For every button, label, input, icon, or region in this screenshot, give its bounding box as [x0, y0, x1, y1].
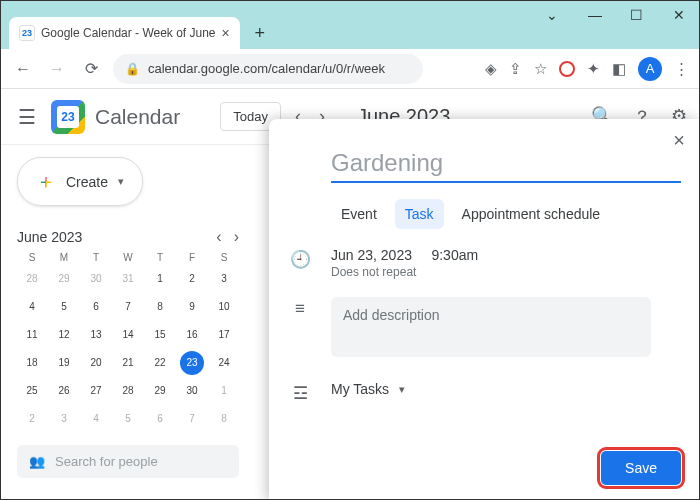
- mini-day[interactable]: 1: [148, 267, 172, 291]
- favicon-icon: 23: [19, 25, 35, 41]
- mini-day[interactable]: 9: [180, 295, 204, 319]
- profile-avatar[interactable]: A: [638, 57, 662, 81]
- lock-icon: 🔒: [125, 62, 140, 76]
- forward-button: →: [45, 57, 69, 81]
- window-minimize-icon[interactable]: —: [588, 7, 600, 23]
- mini-day[interactable]: 30: [180, 379, 204, 403]
- mini-day[interactable]: 10: [212, 295, 236, 319]
- kebab-menu-icon[interactable]: ⋮: [674, 60, 689, 78]
- mini-day[interactable]: 1: [212, 379, 236, 403]
- mini-day[interactable]: 4: [84, 407, 108, 431]
- mini-calendar: June 2023 ‹ › SMTWTFS2829303112345678910…: [17, 228, 239, 431]
- mini-day[interactable]: 18: [20, 351, 44, 375]
- sidepanel-icon[interactable]: ◧: [612, 60, 626, 78]
- browser-toolbar: ← → ⟳ 🔒 calendar.google.com/calendar/u/0…: [1, 49, 699, 89]
- mini-day[interactable]: 24: [212, 351, 236, 375]
- description-input[interactable]: Add description: [331, 297, 651, 357]
- mini-day[interactable]: 26: [52, 379, 76, 403]
- extensions-puzzle-icon[interactable]: ✦: [587, 60, 600, 78]
- mini-day[interactable]: 5: [116, 407, 140, 431]
- window-maximize-icon[interactable]: ☐: [630, 7, 643, 23]
- mini-day[interactable]: 8: [148, 295, 172, 319]
- calendar-logo-icon: 23: [51, 100, 85, 134]
- mini-day[interactable]: 14: [116, 323, 140, 347]
- mini-day[interactable]: 31: [116, 267, 140, 291]
- record-icon[interactable]: [559, 61, 575, 77]
- mini-day[interactable]: 2: [180, 267, 204, 291]
- mini-day[interactable]: 13: [84, 323, 108, 347]
- extension-icon[interactable]: ◈: [485, 60, 497, 78]
- list-icon: ☲: [287, 381, 313, 404]
- mini-prev-button[interactable]: ‹: [216, 228, 221, 246]
- event-type-tabs: Event Task Appointment schedule: [331, 199, 679, 229]
- mini-day[interactable]: 29: [52, 267, 76, 291]
- sidebar: ＋ Create ▾ June 2023 ‹ › SMTWTFS28293031…: [1, 145, 251, 499]
- mini-day[interactable]: 8: [212, 407, 236, 431]
- chevron-down-icon: ▾: [118, 175, 124, 188]
- mini-day[interactable]: 12: [52, 323, 76, 347]
- tab-appointment[interactable]: Appointment schedule: [452, 199, 611, 229]
- mini-dow: F: [177, 252, 207, 263]
- mini-next-button[interactable]: ›: [234, 228, 239, 246]
- mini-dow: T: [81, 252, 111, 263]
- mini-day[interactable]: 28: [20, 267, 44, 291]
- browser-tab[interactable]: 23 Google Calendar - Week of June ×: [9, 17, 240, 49]
- search-people-placeholder: Search for people: [55, 454, 158, 469]
- mini-day[interactable]: 7: [116, 295, 140, 319]
- mini-dow: M: [49, 252, 79, 263]
- share-icon[interactable]: ⇪: [509, 60, 522, 78]
- mini-day[interactable]: 11: [20, 323, 44, 347]
- mini-day[interactable]: 3: [52, 407, 76, 431]
- mini-day[interactable]: 3: [212, 267, 236, 291]
- search-people-input[interactable]: 👥 Search for people: [17, 445, 239, 478]
- mini-day[interactable]: 6: [84, 295, 108, 319]
- tasklist-dropdown[interactable]: My Tasks ▾: [331, 381, 405, 397]
- mini-day[interactable]: 7: [180, 407, 204, 431]
- mini-day[interactable]: 16: [180, 323, 204, 347]
- window-dropdown-icon[interactable]: ⌄: [546, 7, 558, 23]
- bookmark-icon[interactable]: ☆: [534, 60, 547, 78]
- mini-day[interactable]: 21: [116, 351, 140, 375]
- hamburger-icon[interactable]: ☰: [13, 105, 41, 129]
- save-button[interactable]: Save: [601, 451, 681, 485]
- mini-day[interactable]: 19: [52, 351, 76, 375]
- mini-day[interactable]: 22: [148, 351, 172, 375]
- back-button[interactable]: ←: [11, 57, 35, 81]
- address-bar[interactable]: 🔒 calendar.google.com/calendar/u/0/r/wee…: [113, 54, 423, 84]
- mini-day[interactable]: 27: [84, 379, 108, 403]
- mini-day[interactable]: 4: [20, 295, 44, 319]
- event-title-input[interactable]: Gardening: [331, 149, 681, 183]
- mini-day[interactable]: 28: [116, 379, 140, 403]
- url-text: calendar.google.com/calendar/u/0/r/week: [148, 61, 385, 76]
- tab-event[interactable]: Event: [331, 199, 387, 229]
- tab-title: Google Calendar - Week of June: [41, 26, 216, 40]
- mini-day[interactable]: 25: [20, 379, 44, 403]
- mini-day[interactable]: 30: [84, 267, 108, 291]
- datetime-row[interactable]: Jun 23, 2023 9:30am Does not repeat: [331, 247, 478, 279]
- tab-close-icon[interactable]: ×: [222, 25, 230, 41]
- mini-day[interactable]: 17: [212, 323, 236, 347]
- mini-month-label: June 2023: [17, 229, 82, 245]
- mini-day[interactable]: 15: [148, 323, 172, 347]
- clock-icon: 🕘: [287, 247, 313, 270]
- plus-icon: ＋: [36, 168, 56, 195]
- mini-day[interactable]: 6: [148, 407, 172, 431]
- window-close-icon[interactable]: ✕: [673, 7, 685, 23]
- create-button[interactable]: ＋ Create ▾: [17, 157, 143, 206]
- reload-button[interactable]: ⟳: [79, 57, 103, 81]
- mini-day[interactable]: 2: [20, 407, 44, 431]
- date-value: Jun 23, 2023: [331, 247, 412, 263]
- mini-day[interactable]: 23: [180, 351, 204, 375]
- new-tab-button[interactable]: +: [246, 19, 274, 47]
- people-icon: 👥: [29, 454, 45, 469]
- mini-day[interactable]: 29: [148, 379, 172, 403]
- tasklist-label: My Tasks: [331, 381, 389, 397]
- time-value: 9:30am: [431, 247, 478, 263]
- brand-name: Calendar: [95, 105, 180, 129]
- mini-day[interactable]: 20: [84, 351, 108, 375]
- mini-day[interactable]: 5: [52, 295, 76, 319]
- create-label: Create: [66, 174, 108, 190]
- panel-close-button[interactable]: ×: [673, 129, 685, 152]
- tab-task[interactable]: Task: [395, 199, 444, 229]
- mini-dow: S: [209, 252, 239, 263]
